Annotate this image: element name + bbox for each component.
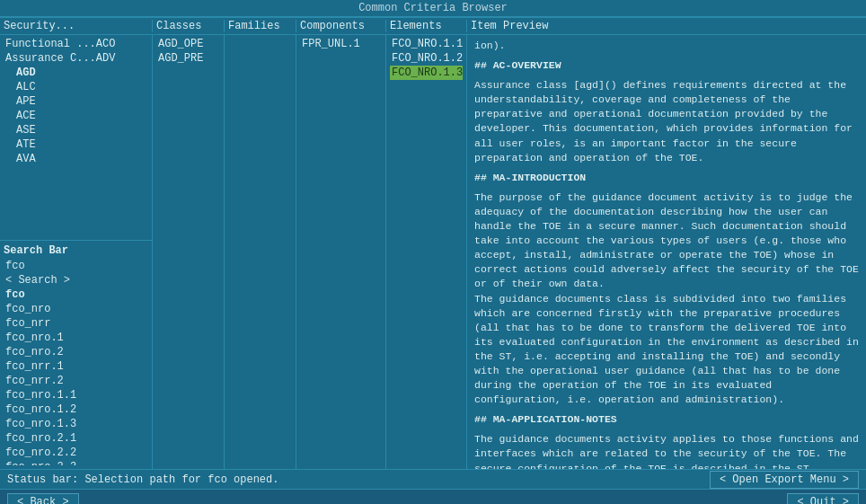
header-classes: Classes xyxy=(153,20,225,32)
tree-item[interactable]: AGD xyxy=(4,66,148,80)
search-results: fco< Search >fcofco_nrofco_nrrfco_nro.1f… xyxy=(4,259,148,465)
main-layout: Functional ...ACOAssurance C...ADVAGDALC… xyxy=(0,35,866,469)
app-title: Common Criteria Browser xyxy=(358,2,508,14)
preview-section3: ## MA-APPLICATION-NOTES xyxy=(474,412,859,427)
class-item[interactable]: AGD_OPE xyxy=(156,37,220,51)
preview-section1: ## AC-OVERVIEW xyxy=(474,58,859,73)
tree-item[interactable]: ATE xyxy=(4,137,148,152)
search-result-item[interactable]: fco_nrr xyxy=(4,316,148,331)
search-bar-section: Search Bar fco< Search >fcofco_nrofco_nr… xyxy=(0,240,152,469)
left-panel: Functional ...ACOAssurance C...ADVAGDALC… xyxy=(0,35,153,469)
search-result-item[interactable]: < Search > xyxy=(4,273,148,287)
column-headers: Security... Classes Families Components … xyxy=(0,17,866,35)
header-preview: Item Preview xyxy=(467,20,866,32)
tree-item[interactable]: ALC xyxy=(4,80,148,94)
elements-column: FCO_NRO.1.1FCO_NRO.1.2FCO_NRO.1.3 xyxy=(386,35,467,469)
tree-item[interactable]: AVA xyxy=(4,152,148,166)
element-item[interactable]: FCO_NRO.1.3 xyxy=(390,66,463,80)
header-components: Components xyxy=(296,20,386,32)
components-column: FPR_UNL.1 xyxy=(296,35,386,469)
search-result-item[interactable]: fco_nro.1.1 xyxy=(4,388,148,402)
tree-area: Functional ...ACOAssurance C...ADVAGDALC… xyxy=(0,35,152,240)
component-item[interactable]: FPR_UNL.1 xyxy=(300,37,382,51)
bottom-bar: < Back > < Quit > xyxy=(0,489,866,504)
search-result-item[interactable]: fco_nro.1 xyxy=(4,331,148,345)
tree-item[interactable]: ACE xyxy=(4,109,148,123)
search-result-item[interactable]: fco_nrr.1 xyxy=(4,359,148,374)
preview-para2: The purpose of the guidance document act… xyxy=(474,190,859,407)
class-item[interactable]: AGD_PRE xyxy=(156,51,220,66)
export-menu-button[interactable]: < Open Export Menu > xyxy=(710,471,859,489)
header-families: Families xyxy=(225,20,296,32)
search-result-item[interactable]: fco_nro.2 xyxy=(4,345,148,359)
header-elements: Elements xyxy=(386,20,467,32)
search-result-item[interactable]: fco_nro.1.3 xyxy=(4,417,148,431)
search-bar-label: Search Bar xyxy=(4,244,148,257)
tree-item[interactable]: Assurance C...ADV xyxy=(4,51,148,66)
element-item[interactable]: FCO_NRO.1.1 xyxy=(390,37,463,51)
right-area: AGD_OPEAGD_PRE FPR_UNL.1 FCO_NRO.1.1FCO_… xyxy=(153,35,866,469)
preview-para3: The guidance documents activity applies … xyxy=(474,432,859,469)
header-security: Security... xyxy=(0,20,153,32)
search-result-item[interactable]: fco_nro.2.1 xyxy=(4,431,148,446)
search-result-item[interactable]: fco_nro xyxy=(4,302,148,316)
search-result-item[interactable]: fco xyxy=(4,287,148,302)
quit-button[interactable]: < Quit > xyxy=(787,493,859,505)
tree-item[interactable]: Functional ...ACO xyxy=(4,37,148,51)
tree-item[interactable]: APE xyxy=(4,94,148,109)
title-bar: Common Criteria Browser xyxy=(0,0,866,17)
back-button[interactable]: < Back > xyxy=(7,493,79,505)
preview-intro: ion). xyxy=(474,39,859,53)
preview-section2: ## MA-INTRODUCTION xyxy=(474,171,859,185)
tree-item[interactable]: ASE xyxy=(4,123,148,137)
status-text: Status bar: Selection path for fco opene… xyxy=(7,473,278,486)
search-result-item[interactable]: fco_nro.1.2 xyxy=(4,402,148,417)
element-item[interactable]: FCO_NRO.1.2 xyxy=(390,51,463,66)
search-result-item[interactable]: fco_nro.2.2 xyxy=(4,446,148,460)
search-result-item[interactable]: fco_nrr.2 xyxy=(4,374,148,388)
search-result-item[interactable]: fco xyxy=(4,259,148,273)
preview-column: ion).## AC-OVERVIEWAssurance class [agd]… xyxy=(467,35,866,469)
search-result-item[interactable]: fco_nro.2.3 xyxy=(4,460,148,465)
status-bar: Status bar: Selection path for fco opene… xyxy=(0,469,866,489)
classes-column: AGD_OPEAGD_PRE xyxy=(153,35,225,469)
families-column xyxy=(225,35,296,469)
preview-para1: Assurance class [agd]() defines requirem… xyxy=(474,78,859,165)
